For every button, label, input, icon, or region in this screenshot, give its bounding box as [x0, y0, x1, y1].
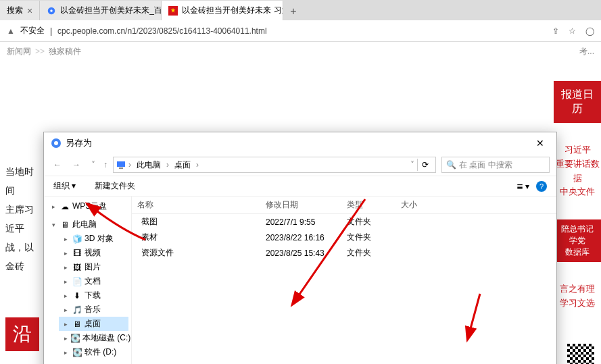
file-list: 名称 修改日期 类型 大小 截图 2022/7/1 9:55 文件夹 素材 20…: [132, 197, 556, 364]
sidebar-link[interactable]: 言之有理: [554, 282, 601, 296]
new-tab-button[interactable]: +: [283, 3, 303, 20]
tab-0[interactable]: 搜索 ×: [0, 1, 40, 20]
chevron-down-icon[interactable]: ˅: [410, 160, 414, 170]
tree-item-desktop[interactable]: ▸🖥桌面: [59, 317, 128, 331]
tree-item-thispc[interactable]: ▾🖥此电脑: [47, 217, 128, 232]
tree-item-pictures[interactable]: ▸🖼图片: [59, 260, 128, 274]
tab-title: 以金砖担当开创美好未来_百度搜: [60, 5, 162, 16]
tree-item-3d[interactable]: ▸🧊3D 对象: [59, 232, 128, 246]
folder-tree: ▸☁WPS云盘 ▾🖥此电脑 ▸🧊3D 对象 ▸🎞视频 ▸🖼图片 ▸📄文档 ▸⬇下…: [44, 197, 132, 364]
breadcrumb: 新闻网 >> 独家稿件 考...: [0, 42, 601, 61]
up-icon[interactable]: ↑: [103, 160, 107, 170]
tree-item-wps[interactable]: ▸☁WPS云盘: [47, 199, 128, 213]
dialog-nav: ← → ˅ ↑ › 此电脑 › 桌面 › ˅ ⟳ 🔍 在 桌面 中搜索: [44, 154, 556, 176]
save-as-dialog: 另存为 ✕ ← → ˅ ↑ › 此电脑 › 桌面 › ˅ ⟳ 🔍 在 桌面 中搜…: [43, 132, 557, 364]
col-type[interactable]: 类型: [347, 199, 401, 211]
sidebar-block: 陪总书记学党 数据库: [554, 219, 601, 262]
view-icon[interactable]: ≣ ▾: [516, 182, 529, 191]
tab-title: 以金砖担当开创美好未来 习近平: [182, 5, 283, 16]
chrome-icon: [51, 138, 62, 149]
tree-item-cdrive[interactable]: ▸💽本地磁盘 (C:): [59, 331, 128, 345]
sidebar-banner: 报道日历: [554, 81, 601, 123]
tab-2[interactable]: 以金砖担当开创美好未来 习近平 ×: [162, 1, 283, 20]
path-seg[interactable]: 桌面: [172, 158, 193, 172]
svg-point-4: [54, 141, 58, 145]
chevron-right-icon: ›: [128, 160, 131, 170]
search-icon: 🔍: [446, 160, 456, 170]
svg-rect-5: [117, 161, 125, 167]
address-bar: ▲ 不安全 | cpc.people.com.cn/n1/2023/0825/c…: [0, 20, 601, 42]
profile-icon[interactable]: ◯: [585, 26, 594, 36]
sidebar-link[interactable]: 中央文件: [554, 185, 601, 199]
dialog-toolbar: 组织 ▾ 新建文件夹 ≣ ▾ ?: [44, 176, 556, 197]
refresh-icon[interactable]: ⟳: [417, 159, 433, 171]
tree-item-downloads[interactable]: ▸⬇下载: [59, 288, 128, 303]
table-row[interactable]: 素材 2023/8/22 16:16 文件夹: [132, 230, 556, 245]
insecure-label: 不安全: [20, 25, 45, 36]
chevron-right-icon: >>: [35, 47, 45, 56]
search-placeholder: 在 桌面 中搜索: [459, 159, 512, 171]
monitor-icon: [116, 160, 126, 170]
breadcrumb-seg[interactable]: 新闻网: [7, 46, 31, 57]
article-fragment: 当地时间 主席习近平 战，以金砖: [5, 162, 43, 276]
organize-button[interactable]: 组织 ▾: [53, 180, 76, 192]
tab-1[interactable]: 以金砖担当开创美好未来_百度搜 ×: [40, 1, 162, 20]
file-list-header: 名称 修改日期 类型 大小: [132, 197, 556, 214]
close-icon[interactable]: ✕: [531, 136, 550, 150]
sidebar-link[interactable]: 学习文选: [554, 296, 601, 311]
share-icon[interactable]: ⇪: [552, 26, 559, 36]
warning-icon: ▲: [7, 26, 15, 36]
forward-icon[interactable]: →: [70, 159, 83, 171]
qr-code: [567, 344, 594, 364]
tree-item-music[interactable]: ▸🎵音乐: [59, 303, 128, 317]
page-sidebar: 报道日历 习近平 重要讲话数据 中央文件 陪总书记学党 数据库 言之有理 学习文…: [554, 81, 601, 311]
col-date[interactable]: 修改日期: [266, 199, 347, 211]
favicon-icon: [47, 6, 56, 16]
browser-tabs: 搜索 × 以金砖担当开创美好未来_百度搜 × 以金砖担当开创美好未来 习近平 ×…: [0, 0, 601, 20]
tab-title: 搜索: [7, 5, 23, 16]
chevron-right-icon: ›: [166, 160, 169, 170]
back-icon[interactable]: ←: [51, 159, 64, 171]
help-icon[interactable]: ?: [536, 181, 547, 192]
table-row[interactable]: 截图 2022/7/1 9:55 文件夹: [132, 214, 556, 230]
svg-point-1: [50, 9, 53, 12]
table-row[interactable]: 资源文件 2023/8/25 15:43 文件夹: [132, 245, 556, 261]
tree-item-docs[interactable]: ▸📄文档: [59, 274, 128, 288]
star-icon[interactable]: ☆: [569, 26, 576, 36]
search-input[interactable]: 🔍 在 桌面 中搜索: [441, 157, 550, 173]
url-text[interactable]: cpc.people.com.cn/n1/2023/0825/c164113-4…: [57, 26, 547, 36]
new-folder-button[interactable]: 新建文件夹: [95, 180, 135, 192]
col-size[interactable]: 大小: [401, 199, 441, 211]
path-box[interactable]: › 此电脑 › 桌面 › ˅ ⟳: [113, 157, 436, 173]
sidebar-link[interactable]: 重要讲话数据: [554, 157, 601, 186]
tree-item-ddrive[interactable]: ▸💽软件 (D:): [59, 345, 128, 359]
dialog-titlebar: 另存为 ✕: [44, 132, 556, 154]
tree-item-video[interactable]: ▸🎞视频: [59, 246, 128, 260]
svg-rect-6: [119, 167, 123, 169]
breadcrumb-tail: 考...: [579, 46, 594, 57]
path-seg[interactable]: 此电脑: [134, 158, 164, 172]
close-icon[interactable]: ×: [27, 5, 32, 16]
logo: 沿: [5, 317, 39, 351]
favicon-icon: [168, 6, 178, 16]
col-name[interactable]: 名称: [137, 199, 266, 211]
breadcrumb-seg[interactable]: 独家稿件: [49, 46, 81, 57]
chevron-right-icon: ›: [196, 160, 199, 170]
chevron-down-icon[interactable]: ˅: [89, 159, 98, 171]
sidebar-link[interactable]: 习近平: [554, 143, 601, 157]
dialog-title: 另存为: [66, 137, 92, 149]
